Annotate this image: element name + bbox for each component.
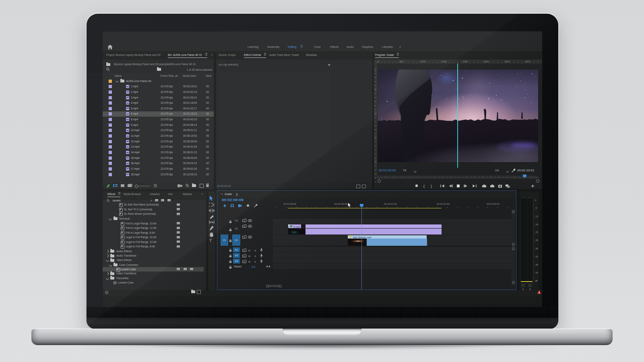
svg-text:{: { [423, 184, 425, 188]
svg-text:}: } [431, 184, 432, 188]
